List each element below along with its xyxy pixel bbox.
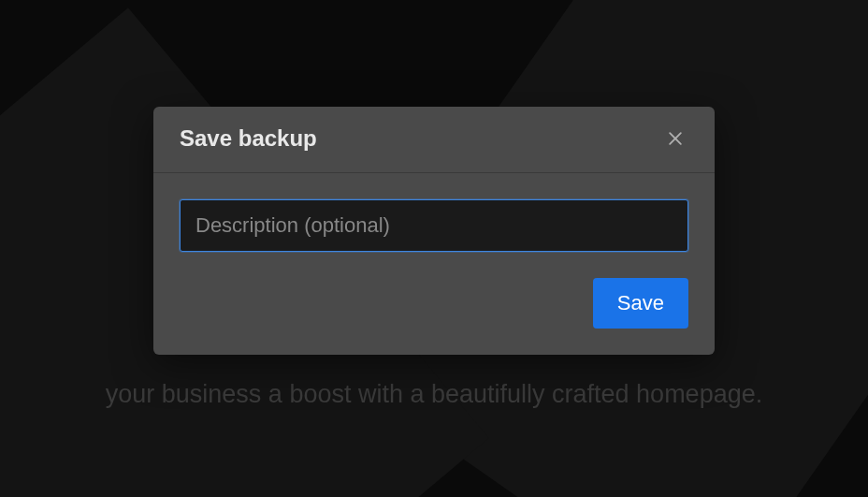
close-icon	[666, 129, 685, 148]
modal-footer: Save	[153, 261, 715, 355]
save-button[interactable]: Save	[593, 278, 688, 329]
modal-overlay: Save backup Save	[0, 0, 868, 497]
save-backup-modal: Save backup Save	[153, 107, 715, 355]
modal-body	[153, 173, 715, 261]
modal-header: Save backup	[153, 107, 715, 173]
description-input[interactable]	[180, 199, 688, 252]
modal-title: Save backup	[180, 125, 317, 152]
close-button[interactable]	[662, 125, 688, 152]
